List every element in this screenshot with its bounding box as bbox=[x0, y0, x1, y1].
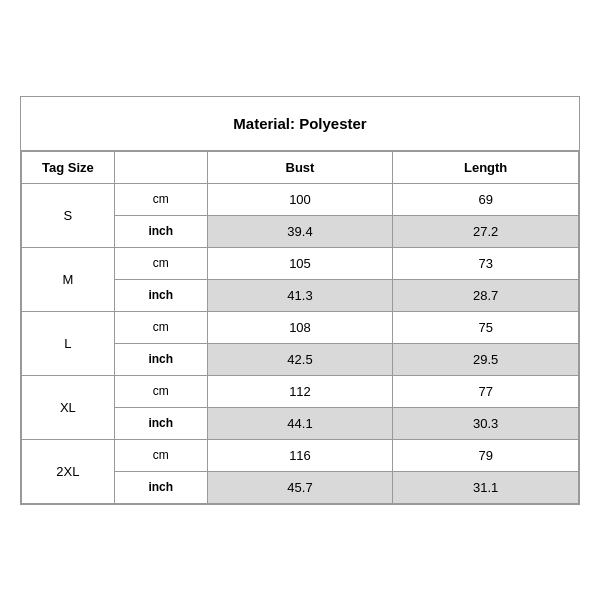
unit-cm-xl: cm bbox=[114, 375, 207, 407]
size-chart-container: Material: Polyester Tag Size Bust Length… bbox=[20, 96, 580, 505]
bust-inch-xl: 44.1 bbox=[207, 407, 393, 439]
unit-cm-m: cm bbox=[114, 247, 207, 279]
tag-size-header: Tag Size bbox=[22, 151, 115, 183]
unit-cm-2xl: cm bbox=[114, 439, 207, 471]
length-inch-2xl: 31.1 bbox=[393, 471, 579, 503]
chart-title: Material: Polyester bbox=[21, 97, 579, 151]
length-inch-s: 27.2 bbox=[393, 215, 579, 247]
unit-header bbox=[114, 151, 207, 183]
size-label-2xl: 2XL bbox=[22, 439, 115, 503]
size-label-l: L bbox=[22, 311, 115, 375]
bust-inch-m: 41.3 bbox=[207, 279, 393, 311]
unit-cm-l: cm bbox=[114, 311, 207, 343]
unit-inch-xl: inch bbox=[114, 407, 207, 439]
bust-header: Bust bbox=[207, 151, 393, 183]
size-label-m: M bbox=[22, 247, 115, 311]
bust-cm-xl: 112 bbox=[207, 375, 393, 407]
bust-inch-2xl: 45.7 bbox=[207, 471, 393, 503]
unit-cm-s: cm bbox=[114, 183, 207, 215]
length-cm-m: 73 bbox=[393, 247, 579, 279]
size-table: Tag Size Bust Length S cm 100 69 inch 39… bbox=[21, 151, 579, 504]
unit-inch-2xl: inch bbox=[114, 471, 207, 503]
length-cm-s: 69 bbox=[393, 183, 579, 215]
bust-inch-l: 42.5 bbox=[207, 343, 393, 375]
length-cm-l: 75 bbox=[393, 311, 579, 343]
size-label-xl: XL bbox=[22, 375, 115, 439]
unit-inch-m: inch bbox=[114, 279, 207, 311]
length-inch-l: 29.5 bbox=[393, 343, 579, 375]
length-inch-xl: 30.3 bbox=[393, 407, 579, 439]
length-cm-2xl: 79 bbox=[393, 439, 579, 471]
length-header: Length bbox=[393, 151, 579, 183]
bust-cm-m: 105 bbox=[207, 247, 393, 279]
bust-inch-s: 39.4 bbox=[207, 215, 393, 247]
unit-inch-s: inch bbox=[114, 215, 207, 247]
size-label-s: S bbox=[22, 183, 115, 247]
length-cm-xl: 77 bbox=[393, 375, 579, 407]
unit-inch-l: inch bbox=[114, 343, 207, 375]
bust-cm-l: 108 bbox=[207, 311, 393, 343]
bust-cm-2xl: 116 bbox=[207, 439, 393, 471]
length-inch-m: 28.7 bbox=[393, 279, 579, 311]
bust-cm-s: 100 bbox=[207, 183, 393, 215]
